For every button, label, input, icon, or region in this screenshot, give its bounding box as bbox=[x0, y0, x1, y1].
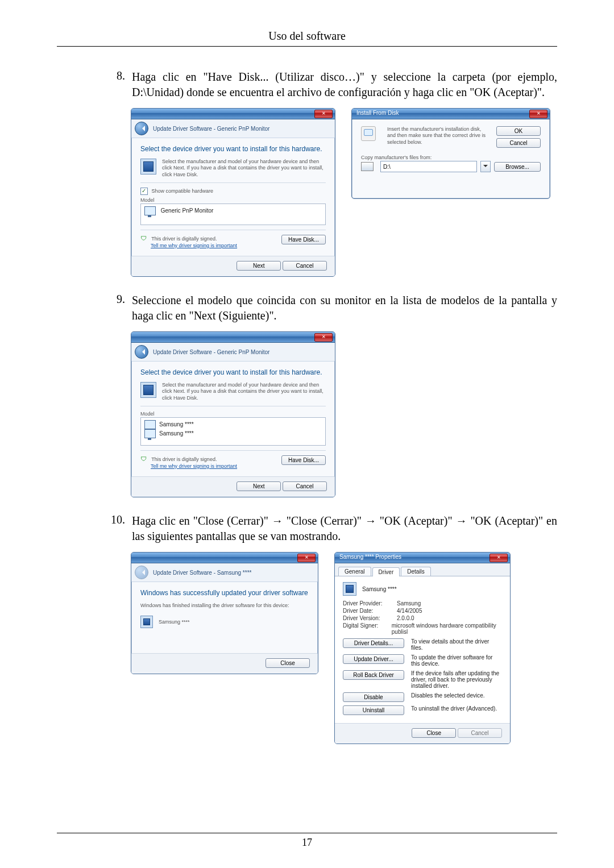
close-icon[interactable]: ✕ bbox=[529, 110, 547, 118]
cancel-button[interactable]: Cancel bbox=[496, 138, 541, 148]
driver-details-desc: To view details about the driver files. bbox=[411, 638, 502, 651]
success-subtext: Windows has finished installing the driv… bbox=[140, 603, 309, 609]
close-icon[interactable]: ✕ bbox=[489, 554, 508, 562]
monitor-icon bbox=[144, 206, 156, 215]
wizard2-titlebar: ✕ bbox=[131, 332, 335, 343]
disable-desc: Disables the selected device. bbox=[411, 692, 502, 699]
ok-button[interactable]: OK bbox=[496, 126, 541, 136]
tab-general[interactable]: General bbox=[338, 567, 371, 576]
close-button[interactable]: Close bbox=[265, 658, 310, 668]
step-9: 9. Seleccione el modelo que coincida con… bbox=[57, 293, 557, 323]
date-label: Driver Date: bbox=[343, 608, 397, 614]
next-button[interactable]: Next bbox=[237, 481, 281, 491]
driver-details-button[interactable]: Driver Details... bbox=[343, 638, 404, 648]
date-value: 4/14/2005 bbox=[397, 608, 422, 614]
chip-icon bbox=[140, 382, 156, 398]
page-header-title: Uso del software bbox=[57, 30, 557, 43]
show-compatible-label: Show compatible hardware bbox=[152, 188, 214, 194]
model-label: Model bbox=[140, 411, 326, 417]
wizard-subtext-row: Select the manufacturer and model of you… bbox=[140, 159, 326, 178]
shield-icon: 🛡 bbox=[140, 455, 147, 462]
close-icon[interactable]: ✕ bbox=[314, 333, 333, 342]
show-compatible-checkbox[interactable]: ✓ Show compatible hardware bbox=[140, 188, 326, 195]
wizard2-subtext-row: Select the manufacturer and model of you… bbox=[140, 382, 326, 401]
disk-body: Insert the manufacturer's installation d… bbox=[352, 119, 550, 155]
back-button[interactable] bbox=[135, 122, 148, 135]
back-button[interactable] bbox=[135, 345, 148, 359]
step-10-text: Haga clic en "Close (Cerrar)" → "Close (… bbox=[132, 513, 557, 544]
wizard-body: Select the device driver you want to ins… bbox=[131, 138, 335, 256]
have-disk-button[interactable]: Have Disk... bbox=[281, 455, 326, 465]
disk-titlebar: Install From Disk ✕ bbox=[352, 109, 550, 119]
signed-text: This driver is digitally signed. bbox=[151, 456, 217, 462]
wizard-button-row: Next Cancel bbox=[131, 256, 335, 276]
step-9-number: 9. bbox=[102, 293, 132, 306]
version-label: Driver Version: bbox=[343, 615, 397, 621]
provider-value: Samsung bbox=[397, 600, 421, 607]
wizard-breadcrumb: Update Driver Software - Generic PnP Mon… bbox=[131, 119, 335, 138]
disk-lower: Copy manufacturer's files from: Browse..… bbox=[352, 155, 550, 179]
back-button-disabled bbox=[135, 566, 148, 579]
path-input[interactable] bbox=[380, 161, 477, 172]
install-from-disk-dialog: Install From Disk ✕ Insert the manufactu… bbox=[351, 108, 550, 199]
tab-details[interactable]: Details bbox=[401, 567, 431, 576]
close-button[interactable]: Close bbox=[412, 728, 456, 738]
tell-me-link[interactable]: Tell me why driver signing is important bbox=[151, 243, 237, 248]
success-breadcrumb-text: Update Driver Software - Samsung **** bbox=[153, 570, 251, 576]
shield-icon: 🛡 bbox=[140, 235, 147, 242]
step-10: 10. Haga clic en "Close (Cerrar)" → "Clo… bbox=[57, 513, 557, 544]
disable-button[interactable]: Disable bbox=[343, 692, 404, 702]
properties-titlebar: Samsung **** Properties ✕ bbox=[335, 553, 510, 563]
wizard2-body: Select the device driver you want to ins… bbox=[131, 362, 335, 476]
properties-dialog: Samsung **** Properties ✕ General Driver… bbox=[334, 552, 511, 744]
rollback-driver-button[interactable]: Roll Back Driver bbox=[343, 670, 404, 680]
success-titlebar: ✕ bbox=[131, 553, 318, 563]
wizard-heading: Select the device driver you want to ins… bbox=[140, 145, 326, 153]
close-icon[interactable]: ✕ bbox=[314, 110, 333, 118]
driver-wizard-window: ✕ Update Driver Software - Generic PnP M… bbox=[131, 108, 335, 277]
step-9-figures: ✕ Update Driver Software - Generic PnP M… bbox=[57, 331, 557, 497]
next-button[interactable]: Next bbox=[237, 261, 281, 271]
rollback-driver-desc: If the device fails after updating the d… bbox=[411, 670, 502, 689]
wizard2-button-row: Next Cancel bbox=[131, 476, 335, 497]
properties-title: Samsung **** Properties bbox=[339, 554, 401, 560]
step-10-number: 10. bbox=[102, 513, 132, 526]
uninstall-desc: To uninstall the driver (Advanced). bbox=[411, 705, 502, 712]
page-footer: 17 bbox=[57, 833, 557, 849]
driver-wizard-2-window: ✕ Update Driver Software - Generic PnP M… bbox=[131, 331, 335, 497]
chip-icon bbox=[343, 582, 356, 596]
properties-device: Samsung **** bbox=[362, 586, 397, 592]
disk-title: Install From Disk bbox=[356, 110, 399, 116]
provider-label: Driver Provider: bbox=[343, 600, 397, 607]
tab-driver[interactable]: Driver bbox=[372, 567, 400, 576]
chevron-down-icon[interactable] bbox=[480, 161, 491, 172]
version-value: 2.0.0.0 bbox=[397, 615, 414, 621]
have-disk-button[interactable]: Have Disk... bbox=[281, 235, 326, 244]
step-8-figures: ✕ Update Driver Software - Generic PnP M… bbox=[57, 108, 557, 277]
cancel-button[interactable]: Cancel bbox=[283, 261, 327, 271]
tell-me-link[interactable]: Tell me why driver signing is important bbox=[151, 463, 237, 469]
properties-button-row: Close Cancel bbox=[335, 723, 510, 744]
update-driver-button[interactable]: Update Driver... bbox=[343, 654, 404, 664]
model-label: Model bbox=[140, 197, 326, 203]
wizard-titlebar: ✕ bbox=[131, 109, 335, 119]
success-window: ✕ Update Driver Software - Samsung **** … bbox=[131, 552, 318, 674]
model-list[interactable]: Samsung **** Samsung **** bbox=[140, 417, 326, 446]
success-body: Windows has successfully updated your dr… bbox=[131, 582, 318, 653]
wizard2-breadcrumb-text: Update Driver Software - Generic PnP Mon… bbox=[153, 349, 269, 355]
step-8: 8. Haga clic en "Have Disk... (Utilizar … bbox=[57, 69, 557, 100]
properties-body: Samsung **** Driver Provider:Samsung Dri… bbox=[335, 576, 510, 723]
success-button-row: Close bbox=[131, 653, 318, 674]
uninstall-button[interactable]: Uninstall bbox=[343, 705, 404, 715]
copy-from-label: Copy manufacturer's files from: bbox=[361, 155, 541, 161]
model-list[interactable]: Generic PnP Monitor bbox=[140, 203, 326, 225]
success-breadcrumb: Update Driver Software - Samsung **** bbox=[131, 563, 318, 582]
signed-row: 🛡 This driver is digitally signed. Tell … bbox=[140, 455, 326, 470]
drive-icon bbox=[361, 162, 374, 171]
properties-tabs: General Driver Details bbox=[335, 563, 510, 576]
close-icon[interactable]: ✕ bbox=[297, 554, 316, 562]
browse-button[interactable]: Browse... bbox=[494, 162, 541, 172]
step-10-figures: ✕ Update Driver Software - Samsung **** … bbox=[57, 552, 557, 744]
signed-text: This driver is digitally signed. bbox=[151, 236, 217, 242]
cancel-button[interactable]: Cancel bbox=[283, 481, 327, 491]
